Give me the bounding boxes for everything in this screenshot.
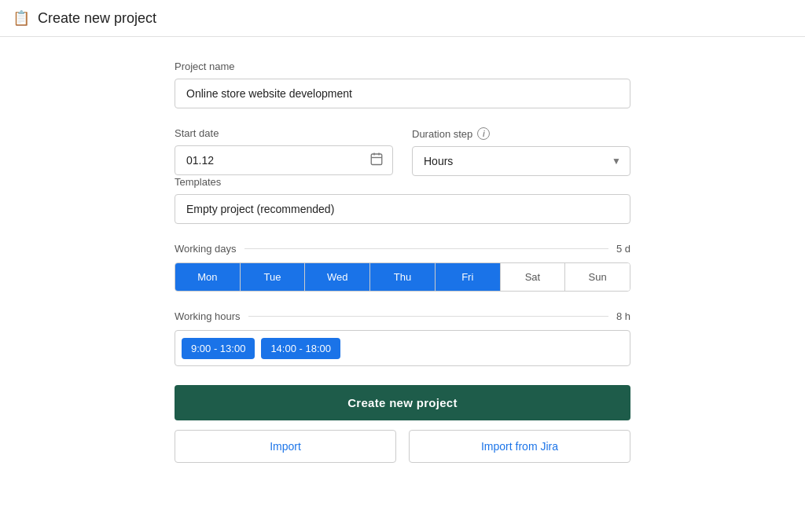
day-mon-button[interactable]: Mon	[175, 263, 241, 291]
project-name-group: Project name	[175, 61, 630, 108]
templates-label: Templates	[175, 176, 630, 188]
templates-group: Templates	[175, 176, 630, 224]
working-hours-group: Working hours 8 h 9:00 - 13:00 14:00 - 1…	[175, 310, 630, 366]
day-tue-button[interactable]: Tue	[241, 263, 306, 291]
calendar-icon[interactable]	[369, 152, 384, 169]
duration-step-select[interactable]: Hours Days Weeks	[412, 146, 630, 176]
form-container: Project name Start date Duration s	[159, 61, 646, 463]
hour-range-2[interactable]: 14:00 - 18:00	[261, 338, 340, 359]
working-days-count: 5 d	[616, 243, 630, 255]
import-button[interactable]: Import	[175, 430, 396, 463]
create-project-button[interactable]: Create new project	[175, 385, 630, 420]
duration-label-row: Duration step i	[412, 127, 630, 140]
page-icon: 📋	[13, 9, 30, 27]
date-duration-row: Start date Duration step i	[175, 127, 630, 176]
hour-range-1[interactable]: 9:00 - 13:00	[182, 338, 255, 359]
working-hours-count: 8 h	[616, 310, 630, 322]
days-container: Mon Tue Wed Thu Fri Sat Sun	[175, 262, 630, 292]
duration-step-wrapper: Hours Days Weeks ▼	[412, 146, 630, 176]
duration-step-label: Duration step	[412, 128, 472, 140]
page-header: 📋 Create new project	[0, 0, 805, 37]
start-date-wrapper	[175, 145, 393, 175]
import-jira-button[interactable]: Import from Jira	[409, 430, 630, 463]
working-days-header: Working days 5 d	[175, 243, 630, 255]
templates-input[interactable]	[175, 194, 630, 224]
hours-container: 9:00 - 13:00 14:00 - 18:00	[175, 330, 630, 366]
start-date-label: Start date	[175, 127, 393, 139]
project-name-label: Project name	[175, 61, 630, 72]
info-icon[interactable]: i	[477, 127, 490, 140]
day-sun-button[interactable]: Sun	[565, 263, 630, 291]
secondary-buttons: Import Import from Jira	[175, 430, 630, 463]
working-days-divider	[244, 248, 608, 249]
start-date-col: Start date	[175, 127, 393, 176]
working-hours-label: Working hours	[175, 310, 241, 322]
working-hours-divider	[248, 316, 608, 317]
working-hours-header: Working hours 8 h	[175, 310, 630, 322]
working-days-group: Working days 5 d Mon Tue Wed Thu Fri Sat…	[175, 243, 630, 292]
working-days-label: Working days	[175, 243, 237, 255]
day-thu-button[interactable]: Thu	[370, 263, 436, 291]
day-fri-button[interactable]: Fri	[436, 263, 501, 291]
day-wed-button[interactable]: Wed	[305, 263, 370, 291]
duration-step-col: Duration step i Hours Days Weeks ▼	[412, 127, 630, 176]
day-sat-button[interactable]: Sat	[501, 263, 566, 291]
svg-rect-0	[371, 154, 382, 165]
start-date-input[interactable]	[175, 145, 393, 175]
project-name-input[interactable]	[175, 79, 630, 108]
page-title: Create new project	[38, 10, 156, 27]
